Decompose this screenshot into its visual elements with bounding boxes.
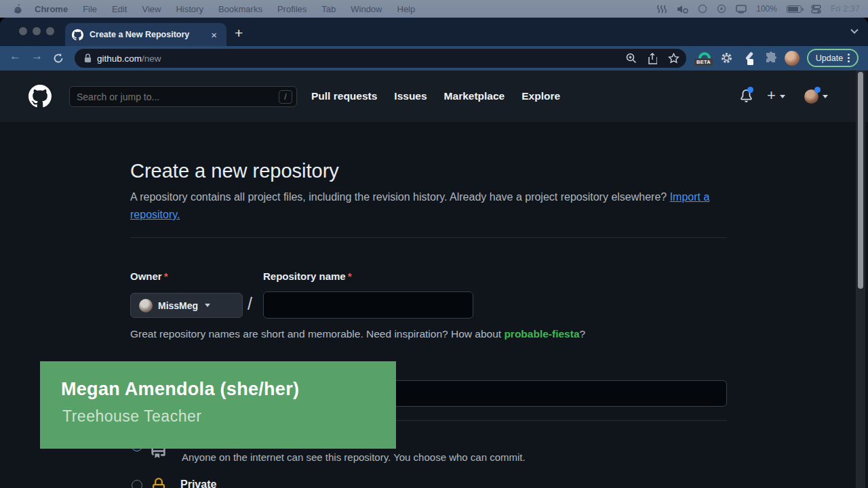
zoom-icon[interactable] <box>626 53 637 64</box>
menu-status-area: 100% Fri 2:37 <box>656 0 860 18</box>
menu-edit[interactable]: Edit <box>112 4 127 14</box>
menu-view[interactable]: View <box>142 4 161 14</box>
update-button[interactable]: Update <box>807 49 859 67</box>
tab-strip: Create a New Repository × + <box>0 18 868 46</box>
browser-menu-icon[interactable] <box>848 57 850 59</box>
menu-file[interactable]: File <box>83 4 97 14</box>
speaker-name-tag: Megan Amendola (she/her) Treehouse Teach… <box>40 361 396 449</box>
browser-toolbar: ← → github.com/new <box>0 46 868 70</box>
extension-gear-icon[interactable] <box>720 52 733 64</box>
repository-name-input[interactable] <box>263 291 473 319</box>
menu-window[interactable]: Window <box>351 4 382 14</box>
new-tab-button[interactable]: + <box>235 26 243 40</box>
bookmark-star-icon[interactable] <box>668 53 679 64</box>
macos-menu-bar: Chrome File Edit View History Bookmarks … <box>0 0 868 18</box>
beta-badge: BETA <box>694 58 713 66</box>
display-icon[interactable] <box>736 5 747 14</box>
owner-select[interactable]: MissMeg <box>130 293 243 318</box>
divider <box>130 237 727 238</box>
menu-help[interactable]: Help <box>397 4 416 14</box>
forward-button[interactable]: → <box>31 49 43 63</box>
reload-button[interactable] <box>53 53 64 64</box>
dropdown-caret-icon <box>205 304 210 307</box>
private-label[interactable]: Private <box>180 479 216 488</box>
shield-circle-icon[interactable] <box>717 4 726 14</box>
tab-title: Create a New Repository <box>90 30 208 39</box>
back-button[interactable]: ← <box>9 49 21 63</box>
page-scrollbar[interactable] <box>856 70 865 488</box>
battery-icon <box>787 5 802 13</box>
page-description: A repository contains all project files,… <box>130 188 727 224</box>
scrollbar-thumb[interactable] <box>858 72 863 289</box>
window-zoom-button[interactable] <box>46 27 54 35</box>
control-center-icon[interactable] <box>811 5 821 14</box>
owner-value: MissMeg <box>158 300 198 311</box>
notifications-bell-icon[interactable] <box>740 89 753 105</box>
notification-dot <box>747 87 753 93</box>
speaker-name: Megan Amendola (she/her) <box>61 379 299 400</box>
extension-beta-icon[interactable]: BETA <box>698 50 711 64</box>
window-close-button[interactable] <box>19 27 27 35</box>
speaker-role: Treehouse Teacher <box>62 407 201 426</box>
github-favicon <box>72 29 83 41</box>
create-new-button[interactable]: + <box>767 87 785 104</box>
github-page: / Pull requests Issues Marketplace Explo… <box>0 70 868 488</box>
screen: Chrome File Edit View History Bookmarks … <box>0 0 868 488</box>
owner-repo-separator: / <box>248 294 252 314</box>
browser-profile-avatar[interactable] <box>785 51 800 66</box>
extension-pen-icon[interactable] <box>742 51 757 66</box>
menu-profiles[interactable]: Profiles <box>277 4 307 14</box>
menu-clock[interactable]: Fri 2:37 <box>831 4 860 14</box>
public-description: Anyone on the internet can see this repo… <box>182 451 526 463</box>
waves-icon[interactable] <box>656 5 667 14</box>
active-tab[interactable]: Create a New Repository × <box>65 23 226 46</box>
required-asterisk: * <box>348 270 352 282</box>
owner-label: Owner* <box>130 270 168 282</box>
menu-bookmarks[interactable]: Bookmarks <box>218 4 262 14</box>
window-minimize-button[interactable] <box>33 27 41 35</box>
chevron-down-icon <box>780 95 785 98</box>
url-bar[interactable]: github.com/new <box>75 49 686 68</box>
repository-name-label: Repository name* <box>263 270 352 282</box>
url-host: github.com <box>97 54 142 64</box>
lock-amber-icon <box>151 477 167 488</box>
url-path: /new <box>142 54 161 64</box>
description-text: A repository contains all project files,… <box>130 191 667 203</box>
tab-search-chevron-icon[interactable] <box>850 28 859 34</box>
avatar-notification-dot <box>814 87 821 93</box>
audio-icon[interactable] <box>677 5 688 14</box>
camera-circle-icon[interactable] <box>698 4 707 14</box>
github-logo-icon[interactable] <box>28 85 52 108</box>
update-label: Update <box>816 54 843 63</box>
name-suggestion-text: Great repository names are short and mem… <box>130 328 727 340</box>
private-radio[interactable] <box>132 480 142 488</box>
required-asterisk: * <box>164 270 168 282</box>
page-title: Create a new repository <box>130 160 339 182</box>
share-icon[interactable] <box>648 53 657 64</box>
browser-window: Create a New Repository × + ← → github.c… <box>0 18 868 488</box>
tab-close-icon[interactable]: × <box>208 28 220 41</box>
owner-avatar <box>139 299 153 312</box>
suggested-name-link[interactable]: probable-fiesta <box>504 328 579 340</box>
menu-tab[interactable]: Tab <box>321 4 336 14</box>
menu-history[interactable]: History <box>176 4 203 14</box>
extensions-puzzle-icon[interactable] <box>765 52 778 64</box>
avatar-chevron-icon[interactable] <box>823 95 828 98</box>
menu-chrome[interactable]: Chrome <box>35 4 68 14</box>
lock-icon <box>84 54 92 63</box>
battery-percent: 100% <box>756 4 777 14</box>
apple-icon[interactable] <box>14 4 22 14</box>
